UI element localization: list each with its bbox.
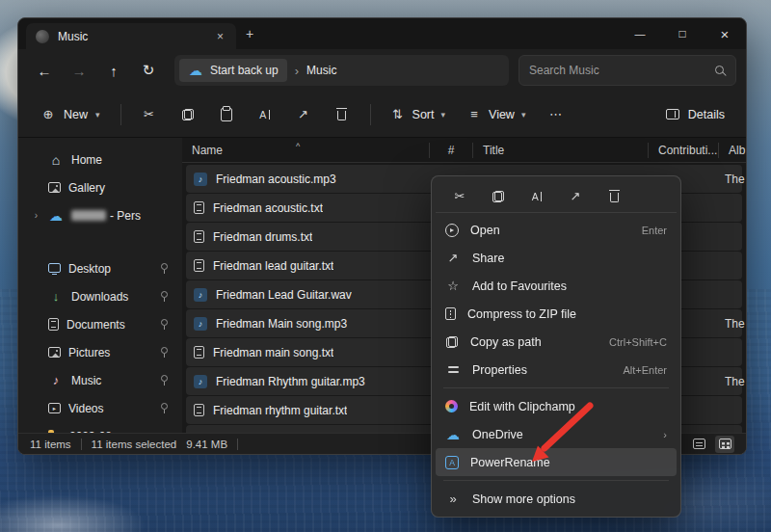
sidebar-item-desktop[interactable]: Desktop [24, 254, 176, 282]
sidebar-item-label: Home [71, 153, 169, 167]
file-name-cell: Friedman rhythm guitar.txt [186, 404, 432, 417]
details-view-toggle[interactable] [689, 436, 708, 453]
up-button[interactable]: ↑ [97, 55, 130, 86]
selection-count: 11 items selected [92, 439, 177, 450]
menu-item-open[interactable]: ▸OpenEnter [436, 216, 677, 244]
file-name-cell: ♪Friedman Rhythm guitar.mp3 [186, 375, 432, 388]
sidebar-item-gallery[interactable]: Gallery [24, 173, 176, 201]
start-backup-button[interactable]: ☁ Start back up [179, 59, 287, 82]
share-icon: ↗ [296, 107, 311, 122]
delete-button[interactable] [324, 98, 360, 131]
menu-shortcut: Alt+Enter [623, 364, 667, 376]
scissors-icon: ✂ [142, 107, 157, 122]
sidebar-item-label: Videos [68, 402, 151, 415]
sidebar-item-downloads[interactable]: ↓Downloads [24, 282, 176, 310]
file-name: Friedman lead guitar.txt [213, 259, 333, 273]
tab-music[interactable]: Music × [26, 23, 236, 49]
status-divider [81, 439, 82, 450]
sidebar-item-music[interactable]: ♪Music [24, 366, 176, 394]
music-icon: ♪ [48, 373, 64, 388]
tab-close-icon[interactable]: × [214, 30, 226, 43]
more-options-button[interactable]: ⋯ [537, 98, 573, 131]
column-header-4[interactable]: Alb [719, 143, 746, 158]
back-button[interactable]: ← [28, 55, 61, 86]
search-placeholder: Search Music [529, 64, 714, 77]
pin-icon [159, 375, 169, 386]
delete-button[interactable] [601, 184, 626, 209]
sort-button[interactable]: ⇅ Sort ▾ [381, 98, 455, 131]
menu-item-label: Compress to ZIP file [467, 307, 655, 321]
powerrename-icon: A [445, 456, 459, 469]
rename-button[interactable] [247, 98, 283, 131]
file-name: Friedman Rhythm guitar.mp3 [216, 375, 365, 388]
file-name: Friedman main song.txt [213, 346, 333, 359]
breadcrumb: ☁ Start back up › Music [174, 55, 509, 86]
sidebar-item-label: Documents [66, 318, 151, 332]
file-name: Friedman Main song.mp3 [216, 317, 347, 331]
menu-item-label: Add to Favourites [472, 279, 655, 293]
selection-size: 9.41 MB [186, 439, 227, 450]
search-icon [714, 65, 726, 76]
paste-button[interactable] [208, 98, 245, 131]
breadcrumb-location[interactable]: Music [306, 64, 336, 77]
submenu-chevron-icon: › [663, 429, 667, 440]
menu-separator [443, 480, 669, 481]
tab-icon [36, 30, 49, 43]
file-name-cell: ♪Friedman Lead Guitar.wav [186, 288, 432, 302]
sidebar-item-pictures[interactable]: Pictures [24, 338, 176, 366]
share-button[interactable]: ↗ [563, 184, 588, 209]
pictures-icon [48, 347, 61, 358]
minimize-button[interactable]: — [619, 18, 661, 49]
copy-icon [181, 108, 195, 121]
cut-button[interactable]: ✂ [447, 184, 472, 209]
maximize-button[interactable]: □ [661, 18, 704, 49]
sidebar-item-label: Music [71, 374, 151, 387]
menu-item-add-to-favourites[interactable]: ☆Add to Favourites [436, 272, 677, 300]
menu-item-share[interactable]: ↗Share [436, 244, 677, 272]
ellipsis-icon: ⋯ [547, 107, 563, 122]
column-header-1[interactable]: # [430, 143, 473, 158]
copy-button[interactable] [170, 98, 206, 131]
menu-item-compress-to-zip[interactable]: Compress to ZIP file [436, 300, 677, 328]
onedrive-cloud-icon: ☁ [48, 208, 64, 224]
column-header-3[interactable]: Contributi... [649, 143, 719, 158]
sidebar-item-videos[interactable]: ▸Videos [24, 394, 176, 422]
sidebar-item-documents[interactable]: Documents [24, 310, 176, 338]
quick-actions-row: ✂↗ [436, 180, 677, 213]
copy-button[interactable] [486, 184, 511, 209]
sort-icon: ⇅ [390, 107, 406, 122]
sidebar-item-onedrive-personal[interactable]: ›☁- Pers [24, 201, 176, 229]
desktop-icon [48, 263, 61, 273]
close-button[interactable]: × [704, 18, 746, 49]
menu-item-copy-as-path[interactable]: Copy as pathCtrl+Shift+C [436, 328, 677, 356]
column-header-2[interactable]: Title [473, 143, 649, 158]
compress-to-zip-icon [445, 307, 456, 320]
column-header-0[interactable]: Name^ [182, 143, 430, 158]
menu-item-properties[interactable]: PropertiesAlt+Enter [436, 356, 677, 384]
file-album-cell: The [721, 375, 745, 388]
details-button[interactable]: Details [656, 98, 734, 131]
search-box[interactable]: Search Music [518, 55, 736, 86]
sidebar-item-label: Desktop [68, 262, 151, 276]
edit-with-clipchamp-icon [445, 400, 458, 412]
refresh-button[interactable]: ↻ [132, 55, 165, 86]
onedrive-icon: ☁ [445, 427, 461, 442]
forward-button[interactable]: → [63, 55, 95, 86]
menu-item-show-more-options[interactable]: »Show more options [436, 485, 677, 513]
view-button[interactable]: ≡ View ▾ [457, 98, 535, 131]
file-name-cell: Friedman lead guitar.txt [186, 259, 432, 273]
large-icons-view-toggle[interactable] [715, 436, 734, 453]
new-tab-button[interactable]: + [236, 26, 263, 41]
details-pane-icon [666, 109, 679, 120]
status-divider [237, 439, 238, 450]
file-name-cell: Friedman main song.txt [186, 346, 432, 359]
rename-button[interactable] [524, 184, 549, 209]
new-button[interactable]: ⊕ New ▾ [30, 98, 111, 131]
cut-button[interactable]: ✂ [131, 98, 168, 131]
file-album-cell: The [721, 173, 745, 186]
new-label: New [64, 108, 88, 121]
menu-item-label: Properties [472, 363, 611, 377]
share-button[interactable]: ↗ [285, 98, 322, 131]
menu-shortcut: Enter [642, 225, 667, 236]
sidebar-item-home[interactable]: ⌂Home [24, 146, 176, 173]
